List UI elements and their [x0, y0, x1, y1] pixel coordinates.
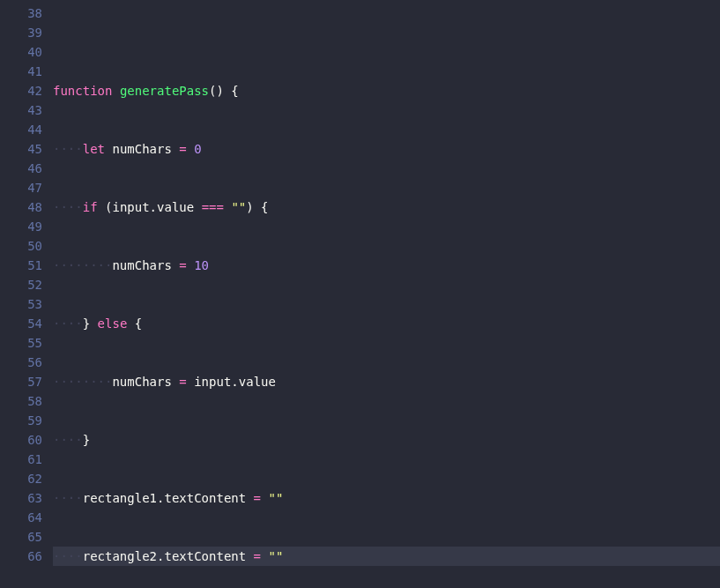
code-line[interactable]: ····rectangle1.textContent = "" [53, 488, 720, 508]
line-number: 61 [0, 450, 42, 469]
line-number: 65 [0, 527, 42, 547]
line-number-gutter: 38 39 40 41 42 43 44 45 46 47 48 49 50 5… [0, 0, 53, 588]
code-editor[interactable]: 38 39 40 41 42 43 44 45 46 47 48 49 50 5… [0, 0, 720, 588]
code-line[interactable]: ····if (input.value === "") { [53, 197, 720, 217]
line-number: 51 [0, 256, 42, 275]
line-number: 42 [0, 81, 42, 100]
line-number: 57 [0, 372, 42, 391]
code-area[interactable]: function generatePass() { ····let numCha… [53, 0, 720, 588]
line-number: 46 [0, 159, 42, 178]
code-line[interactable]: function generatePass() { [53, 81, 720, 100]
line-number: 50 [0, 236, 42, 256]
line-number: 55 [0, 333, 42, 353]
line-number: 45 [0, 139, 42, 159]
line-number: 62 [0, 469, 42, 488]
line-number: 49 [0, 217, 42, 236]
line-number: 63 [0, 488, 42, 508]
line-number: 66 [0, 547, 42, 566]
code-line[interactable]: ····} else { [53, 314, 720, 333]
line-number: 54 [0, 314, 42, 333]
line-number: 41 [0, 62, 42, 81]
line-number: 52 [0, 275, 42, 294]
line-number: 58 [0, 391, 42, 411]
line-number: 59 [0, 411, 42, 430]
code-line[interactable]: ····} [53, 430, 720, 450]
line-number: 38 [0, 4, 42, 23]
line-number: 44 [0, 120, 42, 139]
line-number: 53 [0, 294, 42, 314]
code-line[interactable]: ········numChars = input.value [53, 372, 720, 391]
line-number: 56 [0, 353, 42, 372]
line-number: 40 [0, 42, 42, 62]
line-number: 64 [0, 508, 42, 527]
code-line[interactable]: ····let numChars = 0 [53, 139, 720, 159]
line-number: 43 [0, 100, 42, 120]
code-line[interactable]: ········numChars = 10 [53, 256, 720, 275]
line-number: 39 [0, 23, 42, 42]
line-number: 48 [0, 197, 42, 217]
line-number: 47 [0, 178, 42, 197]
line-number: 60 [0, 430, 42, 450]
